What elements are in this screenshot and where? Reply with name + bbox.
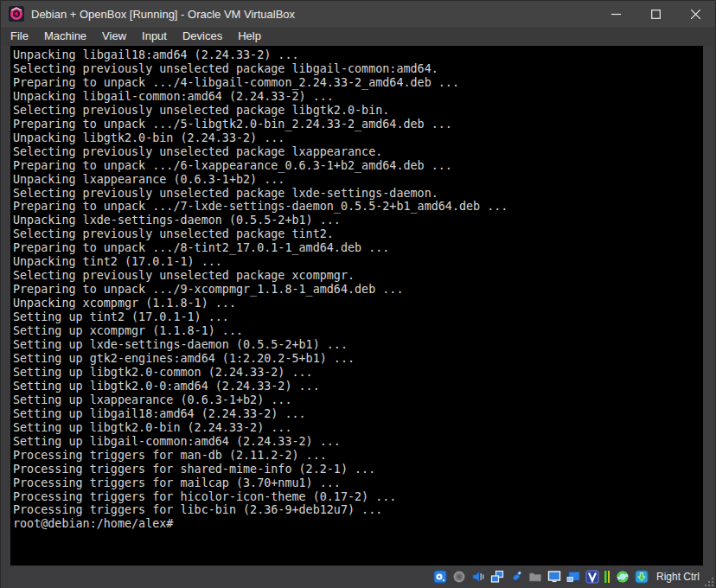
- recording-icon[interactable]: [566, 570, 581, 585]
- close-button[interactable]: [675, 1, 715, 27]
- vbox-features-icon[interactable]: [585, 570, 600, 585]
- menu-file[interactable]: File: [3, 27, 36, 46]
- menu-machine[interactable]: Machine: [36, 27, 94, 46]
- keyboard-capture-icon[interactable]: [635, 570, 649, 585]
- window-controls: [596, 1, 715, 27]
- optical-drives-icon[interactable]: [452, 570, 467, 585]
- minimize-button[interactable]: [596, 1, 636, 27]
- activity-indicator: [604, 570, 611, 585]
- hard-disks-icon[interactable]: [433, 570, 448, 585]
- menu-input[interactable]: Input: [134, 27, 175, 46]
- shared-folders-icon[interactable]: [528, 570, 543, 585]
- menu-devices[interactable]: Devices: [175, 27, 230, 46]
- vm-screen[interactable]: Unpacking libgail18:amd64 (2.24.33-2) ..…: [10, 46, 703, 566]
- maximize-icon: [651, 10, 661, 19]
- maximize-button[interactable]: [636, 1, 675, 27]
- menubar: File Machine View Input Devices Help: [1, 27, 715, 46]
- window-title: Debian + OpenBox [Running] - Oracle VM V…: [31, 8, 596, 21]
- statusbar: Right Ctrl: [1, 566, 715, 588]
- close-icon: [691, 10, 700, 19]
- virtualbox-logo-icon: [8, 5, 25, 22]
- minimize-icon: [611, 10, 621, 19]
- display-icon[interactable]: [547, 570, 562, 585]
- menu-view[interactable]: View: [94, 27, 134, 46]
- resize-grip[interactable]: [703, 576, 713, 586]
- titlebar[interactable]: Debian + OpenBox [Running] - Oracle VM V…: [1, 1, 715, 27]
- host-key-label: Right Ctrl: [656, 571, 700, 583]
- menu-help[interactable]: Help: [230, 27, 269, 46]
- audio-icon[interactable]: [471, 570, 486, 585]
- terminal-output: Unpacking libgail18:amd64 (2.24.33-2) ..…: [10, 46, 703, 531]
- virtualbox-window: Debian + OpenBox [Running] - Oracle VM V…: [0, 0, 716, 588]
- usb-icon[interactable]: [509, 570, 524, 585]
- mouse-integration-icon[interactable]: [616, 570, 630, 585]
- network-icon[interactable]: [490, 570, 505, 585]
